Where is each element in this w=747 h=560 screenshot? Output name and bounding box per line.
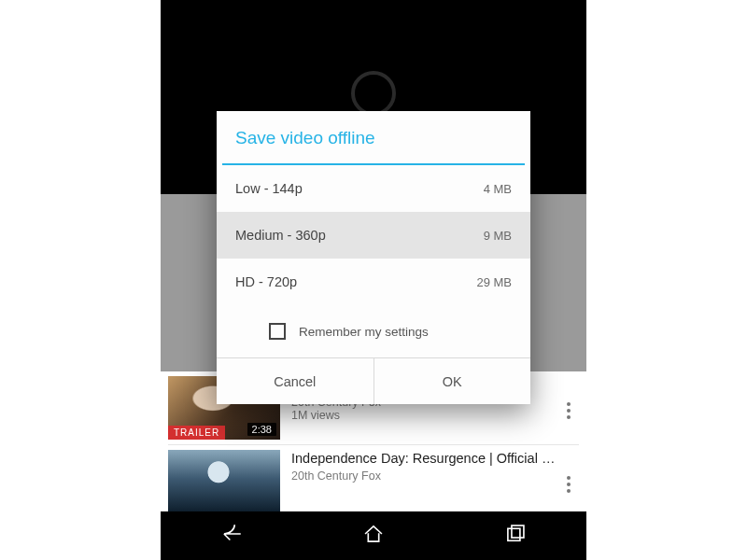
video-thumbnail[interactable] [168,450,280,511]
android-nav-bar [161,511,586,560]
quality-option-hd[interactable]: HD - 720p 29 MB [217,259,530,305]
option-label: Medium - 360p [235,228,326,243]
recent-apps-icon[interactable] [503,522,528,550]
save-offline-dialog: Save video offline Low - 144p 4 MB Mediu… [217,111,530,404]
back-icon[interactable] [219,522,244,550]
quality-option-low[interactable]: Low - 144p 4 MB [217,165,530,212]
camera-ring [351,71,396,116]
video-views: 1M views [291,409,562,422]
option-size: 29 MB [476,275,512,289]
trailer-badge: TRAILER [168,426,225,440]
checkbox-icon[interactable] [269,323,286,340]
svg-rect-1 [512,525,524,538]
more-menu-icon[interactable] [562,402,579,419]
option-label: HD - 720p [235,274,297,289]
remember-settings-row[interactable]: Remember my settings [217,305,530,357]
option-label: Low - 144p [235,181,303,196]
option-size: 9 MB [484,229,512,243]
duration-badge: 2:38 [247,423,276,436]
ok-button[interactable]: OK [374,358,531,404]
cancel-button[interactable]: Cancel [217,358,374,404]
quality-option-medium[interactable]: Medium - 360p 9 MB [217,212,530,259]
remember-label: Remember my settings [299,325,429,339]
list-item[interactable]: Independence Day: Resurgence | Official … [161,445,586,511]
dialog-title: Save video offline [217,111,530,163]
more-menu-icon[interactable] [562,476,579,493]
home-icon[interactable] [361,522,386,550]
svg-rect-0 [508,528,520,540]
video-title: Independence Day: Resurgence | Official … [291,450,562,467]
option-size: 4 MB [484,182,512,196]
video-channel: 20th Century Fox [291,469,562,483]
